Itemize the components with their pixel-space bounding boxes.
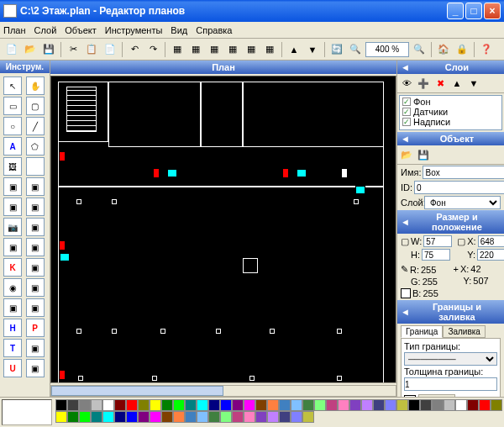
- palette-swatch[interactable]: [420, 399, 432, 411]
- cut-icon[interactable]: ✂: [65, 41, 81, 58]
- align2-icon[interactable]: ▦: [187, 41, 204, 58]
- palette-swatch[interactable]: [150, 399, 161, 411]
- tool-sensor7[interactable]: ▣: [26, 238, 45, 256]
- obj-open-icon[interactable]: 📂: [399, 147, 414, 162]
- tool-h[interactable]: H: [3, 319, 22, 337]
- tool-p[interactable]: P: [26, 319, 45, 337]
- undo-icon[interactable]: ↶: [126, 41, 143, 58]
- tool-hand[interactable]: ✋: [26, 76, 45, 95]
- y-input[interactable]: [477, 249, 504, 261]
- color-palette[interactable]: [54, 398, 504, 427]
- layer-list[interactable]: ✓Фон ✓Датчики ✓Надписи: [399, 95, 502, 130]
- layer-up-icon[interactable]: ▲: [449, 76, 465, 91]
- tool-sensor1[interactable]: ▣: [3, 177, 22, 196]
- redo-icon[interactable]: ↷: [144, 41, 161, 58]
- tool-sensor2[interactable]: ▣: [26, 177, 45, 196]
- align-icon[interactable]: ▦: [169, 41, 186, 58]
- palette-swatch[interactable]: [385, 399, 396, 411]
- maximize-button[interactable]: □: [465, 3, 482, 19]
- palette-swatch[interactable]: [302, 399, 314, 411]
- palette-swatch[interactable]: [67, 411, 79, 423]
- tool-sensor11[interactable]: ▣: [3, 298, 22, 317]
- palette-swatch[interactable]: [197, 399, 208, 411]
- palette-swatch[interactable]: [138, 399, 150, 411]
- align6-icon[interactable]: ▦: [261, 41, 278, 58]
- tool-image[interactable]: 🖼: [3, 157, 22, 176]
- align4-icon[interactable]: ▦: [224, 41, 241, 58]
- align3-icon[interactable]: ▦: [206, 41, 223, 58]
- palette-swatch[interactable]: [232, 399, 244, 411]
- palette-swatch[interactable]: [267, 399, 279, 411]
- tool-alarm[interactable]: K: [3, 258, 22, 277]
- palette-swatch[interactable]: [67, 399, 79, 411]
- close-button[interactable]: ×: [484, 3, 501, 19]
- palette-swatch[interactable]: [114, 399, 126, 411]
- menu-object[interactable]: Объект: [65, 25, 96, 35]
- palette-swatch[interactable]: [91, 399, 102, 411]
- tool-sensor10[interactable]: ▣: [26, 278, 45, 297]
- open-icon[interactable]: 📂: [22, 41, 39, 58]
- tool-camera[interactable]: 📷: [3, 218, 22, 236]
- palette-swatch[interactable]: [255, 399, 267, 411]
- tool-u[interactable]: U: [3, 359, 22, 377]
- x-input[interactable]: [478, 235, 504, 247]
- tool-pointer[interactable]: ↖: [3, 76, 22, 95]
- palette-swatch[interactable]: [79, 411, 91, 423]
- front-icon[interactable]: ▲: [286, 41, 302, 58]
- palette-swatch[interactable]: [79, 399, 91, 411]
- name-input[interactable]: [423, 166, 504, 179]
- border-header[interactable]: ◄Границы и заливка: [397, 300, 504, 324]
- menu-view[interactable]: Вид: [171, 25, 187, 35]
- palette-swatch[interactable]: [197, 411, 208, 423]
- save-icon[interactable]: 💾: [40, 41, 57, 58]
- palette-swatch[interactable]: [326, 399, 338, 411]
- palette-swatch[interactable]: [208, 411, 220, 423]
- palette-swatch[interactable]: [126, 411, 138, 423]
- paste-icon[interactable]: 📄: [102, 41, 118, 58]
- home-icon[interactable]: 🏠: [435, 41, 452, 58]
- align5-icon[interactable]: ▦: [243, 41, 260, 58]
- palette-swatch[interactable]: [279, 399, 291, 411]
- tool-blank1[interactable]: [26, 157, 45, 176]
- palette-swatch[interactable]: [279, 411, 291, 423]
- eye-icon[interactable]: 👁: [399, 76, 414, 91]
- tool-sensor5[interactable]: ▣: [26, 218, 45, 236]
- plan-canvas[interactable]: [50, 76, 396, 383]
- palette-swatch[interactable]: [220, 399, 232, 411]
- palette-swatch[interactable]: [302, 411, 314, 423]
- menu-layer[interactable]: Слой: [34, 25, 57, 35]
- palette-swatch[interactable]: [173, 411, 185, 423]
- help-icon[interactable]: ❓: [478, 41, 495, 58]
- palette-swatch[interactable]: [102, 399, 114, 411]
- palette-swatch[interactable]: [185, 399, 197, 411]
- tool-sensor3[interactable]: ▣: [3, 198, 22, 216]
- tool-sensor13[interactable]: ▣: [26, 339, 45, 357]
- palette-swatch[interactable]: [244, 411, 255, 423]
- palette-swatch[interactable]: [255, 411, 267, 423]
- tool-polygon[interactable]: ⬠: [26, 137, 45, 156]
- palette-swatch[interactable]: [444, 399, 455, 411]
- palette-swatch[interactable]: [126, 399, 138, 411]
- palette-swatch[interactable]: [291, 411, 302, 423]
- border-thick-input[interactable]: [404, 377, 497, 391]
- palette-swatch[interactable]: [455, 399, 467, 411]
- palette-swatch[interactable]: [91, 411, 102, 423]
- palette-swatch[interactable]: [55, 411, 67, 423]
- palette-swatch[interactable]: [396, 399, 408, 411]
- w-input[interactable]: [423, 235, 452, 247]
- palette-swatch[interactable]: [314, 399, 326, 411]
- tool-rect[interactable]: ▭: [3, 97, 22, 115]
- tool-sensor6[interactable]: ▣: [3, 238, 22, 256]
- menu-plan[interactable]: План: [3, 25, 26, 35]
- palette-swatch[interactable]: [479, 399, 491, 411]
- id-input[interactable]: [414, 181, 504, 194]
- layer-down-icon[interactable]: ▼: [466, 76, 481, 91]
- palette-swatch[interactable]: [267, 411, 279, 423]
- palette-swatch[interactable]: [185, 411, 197, 423]
- palette-swatch[interactable]: [220, 411, 232, 423]
- palette-swatch[interactable]: [373, 399, 385, 411]
- tool-ellipse[interactable]: ○: [3, 117, 22, 135]
- palette-swatch[interactable]: [244, 399, 255, 411]
- palette-swatch[interactable]: [138, 411, 150, 423]
- object-header[interactable]: ◄Объект: [397, 132, 504, 145]
